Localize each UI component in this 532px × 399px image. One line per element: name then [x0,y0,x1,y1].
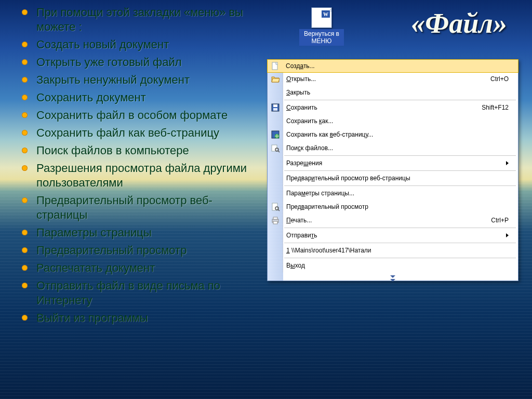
menu-item-shortcut: Ctrl+O [490,75,509,83]
menu-item-label: Сохранить как веб-страницу... [286,131,509,138]
bullet-item: Распечатать документ [36,261,260,275]
menu-separator [284,155,516,156]
menu-item-label: Создать... [286,62,509,70]
menu-separator [284,243,516,243]
bullet-item: Параметры страницы [36,225,260,240]
bullet-item: Отправить файл в виде письма по Интернет… [36,278,260,308]
bullet-item: Создать новый документ [36,37,260,52]
preview-icon [271,202,280,211]
chevron-down-icon [390,279,395,282]
svg-rect-11 [273,217,277,219]
bullet-item: Закрыть ненужный документ [36,73,260,87]
menu-item-label: Параметры страницы... [286,190,509,197]
bullet-item: Предварительный просмотр веб-страницы [36,193,260,222]
menu-separator [284,258,516,258]
menu-item-label: Поиск файлов... [286,144,509,152]
open-icon [271,74,280,84]
menu-separator [284,185,516,186]
new-icon [271,61,280,71]
bullet-item: При помощи этой закладки «меню» вы может… [36,5,260,34]
menu-item[interactable]: Поиск файлов... [268,141,518,155]
menu-item-label: Сохранить [286,104,482,111]
menu-item[interactable]: Предварительный просмотр веб-страницы [268,171,518,185]
word-badge: W [321,10,330,18]
menu-item[interactable]: Параметры страницы... [268,187,518,200]
menu-item-shortcut: Shift+F12 [482,104,509,111]
submenu-arrow-icon [506,233,509,237]
return-caption: Вернуться в МЕНЮ [299,29,344,46]
menu-item-label: Предварительный просмотр [286,203,509,210]
menu-item[interactable]: Отправить [268,229,518,242]
menu-item-shortcut: Ctrl+P [491,217,509,224]
bullet-item: Поиск файлов в компьютере [36,143,260,158]
bullet-item: Сохранить документ [36,90,260,105]
menu-separator [284,100,516,100]
print-icon [271,216,280,225]
chevron-down-icon [390,275,395,278]
menu-item[interactable]: Создать... [267,59,518,73]
menu-item-label: Закрыть [286,89,509,96]
bullet-item: Выйти из программы [36,311,260,325]
bullet-list: При помощи этой закладки «меню» вы может… [36,5,260,328]
menu-item-label: Отправить [286,232,502,239]
menu-item-label: Открыть... [286,75,490,83]
search-icon [271,143,280,153]
menu-item-label: Выход [286,262,509,269]
menu-item[interactable]: Сохранить как веб-страницу... [268,128,518,141]
menu-item[interactable]: Сохранить как... [268,114,518,128]
menu-item-label: Сохранить как... [286,117,509,125]
menu-item[interactable]: Предварительный просмотр [268,200,518,214]
svg-rect-12 [273,221,277,224]
menu-item[interactable]: 1 \\Mains\root\user417\Натали [268,244,518,257]
file-menu-dropdown: Создать...Открыть...Ctrl+OЗакрытьСохрани… [267,59,518,281]
bullet-item: Открыть уже готовый файл [36,55,260,70]
svg-rect-3 [273,108,277,111]
menu-item[interactable]: Печать...Ctrl+P [268,214,518,227]
bullet-item: Сохранить файл в особом формате [36,108,260,123]
saveweb-icon [271,130,280,139]
menu-item-label: Разрешения [286,159,502,167]
bullet-item: Предварительный просмотр [36,243,260,258]
menu-item-label: Предварительный просмотр веб-страницы [286,175,509,182]
menu-item[interactable]: СохранитьShift+F12 [268,101,518,114]
svg-rect-2 [273,104,277,107]
menu-item[interactable]: Открыть...Ctrl+O [268,72,518,86]
menu-item[interactable]: Закрыть [268,86,518,99]
menu-item[interactable]: Выход [268,259,518,272]
menu-item[interactable]: Разрешения [268,156,518,170]
submenu-arrow-icon [506,161,509,165]
menu-separator [284,170,516,171]
bullet-item: Сохранить файл как веб-страницу [36,126,260,140]
menu-item-label: 1 \\Mains\root\user417\Натали [286,247,509,254]
menu-expand-chevron[interactable] [268,272,518,281]
menu-separator [284,228,516,228]
word-document-icon: W [311,7,332,28]
bullet-item: Разрешения просмотра файла другими польз… [36,161,260,190]
return-to-menu-button[interactable]: W Вернуться в МЕНЮ [299,7,344,46]
save-icon [271,103,280,112]
page-title: «Файл» [411,7,507,39]
menu-item-label: Печать... [286,217,491,224]
